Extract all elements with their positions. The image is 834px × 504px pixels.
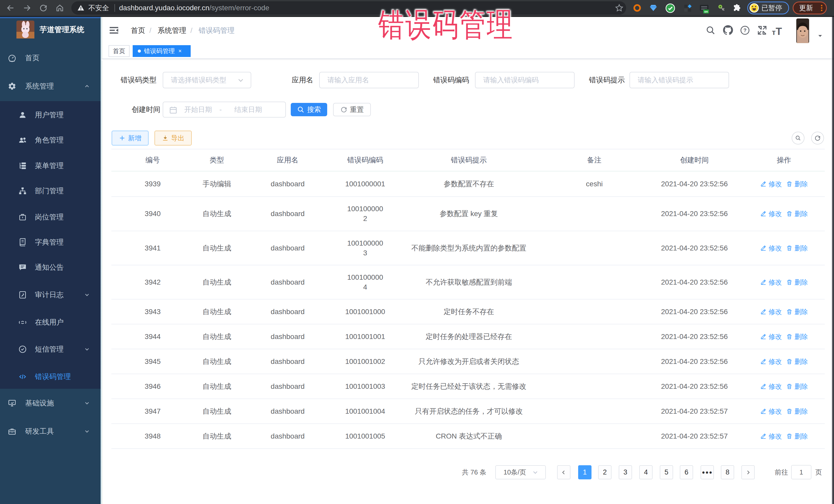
svg-text:?: ?: [743, 27, 746, 33]
svg-text:on: on: [704, 10, 708, 13]
